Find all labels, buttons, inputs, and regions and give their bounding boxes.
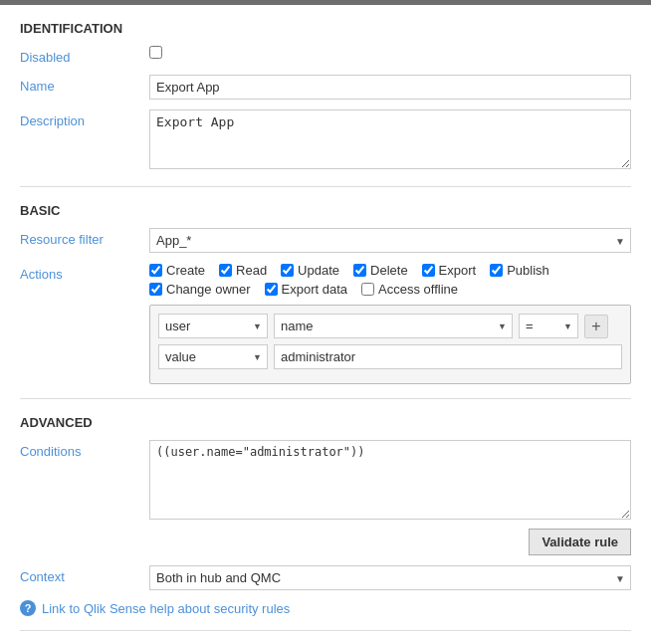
- filter-col3-select[interactable]: =: [519, 314, 578, 338]
- action-change-owner: Change owner: [149, 282, 251, 297]
- help-icon: ?: [20, 600, 36, 616]
- name-row: Name: [20, 75, 631, 100]
- action-change-owner-checkbox[interactable]: [149, 283, 162, 296]
- action-read-label: Read: [236, 263, 267, 278]
- action-access-offline-checkbox[interactable]: [361, 283, 374, 296]
- name-input[interactable]: [149, 75, 631, 100]
- filter-col2-select[interactable]: name: [274, 314, 513, 338]
- filter-row2-value-input[interactable]: [274, 344, 622, 369]
- context-select-wrapper: Both in hub and QMC Only in hub Only in …: [149, 565, 631, 590]
- filter-col2-wrapper: name ▼: [274, 314, 513, 338]
- disabled-row: Disabled: [20, 46, 631, 65]
- help-link[interactable]: Link to Qlik Sense help about security r…: [42, 601, 290, 616]
- context-label: Context: [20, 565, 149, 584]
- divider-1: [20, 186, 631, 187]
- conditions-row: Conditions Validate rule: [20, 440, 631, 555]
- identification-title: IDENTIFICATION: [20, 21, 631, 36]
- action-update: Update: [281, 263, 339, 278]
- action-publish-checkbox[interactable]: [490, 264, 503, 277]
- action-export: Export: [422, 263, 477, 278]
- validate-rule-button[interactable]: Validate rule: [529, 529, 631, 555]
- filter-row-2: value ▼: [158, 344, 622, 369]
- advanced-title: ADVANCED: [20, 415, 631, 430]
- resource-filter-label: Resource filter: [20, 228, 149, 247]
- resource-filter-row: Resource filter App_* ▼: [20, 228, 631, 253]
- actions-grid: Create Read Update Delete Export: [149, 263, 631, 282]
- action-access-offline: Access offline: [361, 282, 458, 297]
- action-publish-label: Publish: [507, 263, 549, 278]
- action-create-label: Create: [166, 263, 205, 278]
- actions-label: Actions: [20, 263, 149, 282]
- conditions-label: Conditions: [20, 440, 149, 459]
- actions-grid-row2: Change owner Export data Access offline: [149, 282, 631, 301]
- action-create: Create: [149, 263, 205, 278]
- disabled-label: Disabled: [20, 46, 149, 65]
- action-export-data-label: Export data: [282, 282, 348, 297]
- actions-row: Actions Create Read Update Delete: [20, 263, 631, 384]
- resource-filter-value: App_* ▼: [149, 228, 631, 253]
- action-export-data: Export data: [265, 282, 348, 297]
- filter-col1-select[interactable]: user: [158, 314, 268, 338]
- basic-title: BASIC: [20, 203, 631, 218]
- action-update-checkbox[interactable]: [281, 264, 294, 277]
- help-link-row: ? Link to Qlik Sense help about security…: [20, 600, 631, 616]
- resource-filter-select[interactable]: App_*: [149, 228, 631, 253]
- filter-col1-wrapper: user ▼: [158, 314, 268, 338]
- divider-2: [20, 398, 631, 399]
- action-read-checkbox[interactable]: [219, 264, 232, 277]
- action-create-checkbox[interactable]: [149, 264, 162, 277]
- action-delete-label: Delete: [370, 263, 408, 278]
- disabled-checkbox[interactable]: [149, 46, 162, 59]
- description-textarea[interactable]: [149, 109, 631, 169]
- filter-row2-col1-wrapper: value ▼: [158, 344, 268, 369]
- action-update-label: Update: [298, 263, 339, 278]
- divider-3: [20, 630, 631, 631]
- name-label: Name: [20, 75, 149, 94]
- action-access-offline-label: Access offline: [378, 282, 458, 297]
- context-row: Context Both in hub and QMC Only in hub …: [20, 565, 631, 590]
- disabled-value: [149, 46, 631, 62]
- context-select[interactable]: Both in hub and QMC Only in hub Only in …: [149, 565, 631, 590]
- description-value: [149, 109, 631, 172]
- actions-value: Create Read Update Delete Export: [149, 263, 631, 384]
- filter-row-1: user ▼ name ▼ = ▼: [158, 314, 622, 338]
- name-value: [149, 75, 631, 100]
- conditions-textarea[interactable]: [149, 440, 631, 520]
- action-export-label: Export: [439, 263, 477, 278]
- action-change-owner-label: Change owner: [166, 282, 251, 297]
- description-row: Description: [20, 109, 631, 172]
- action-delete-checkbox[interactable]: [353, 264, 366, 277]
- action-publish: Publish: [490, 263, 549, 278]
- action-export-checkbox[interactable]: [422, 264, 435, 277]
- action-read: Read: [219, 263, 267, 278]
- add-filter-button[interactable]: +: [584, 315, 608, 338]
- conditions-value: Validate rule: [149, 440, 631, 555]
- filter-col3-wrapper: = ▼: [519, 314, 578, 338]
- context-value: Both in hub and QMC Only in hub Only in …: [149, 565, 631, 590]
- description-label: Description: [20, 109, 149, 128]
- filter-box: user ▼ name ▼ = ▼: [149, 305, 631, 384]
- action-export-data-checkbox[interactable]: [265, 283, 278, 296]
- action-delete: Delete: [353, 263, 408, 278]
- filter-row2-col1-select[interactable]: value: [158, 344, 268, 369]
- resource-filter-select-wrapper: App_* ▼: [149, 228, 631, 253]
